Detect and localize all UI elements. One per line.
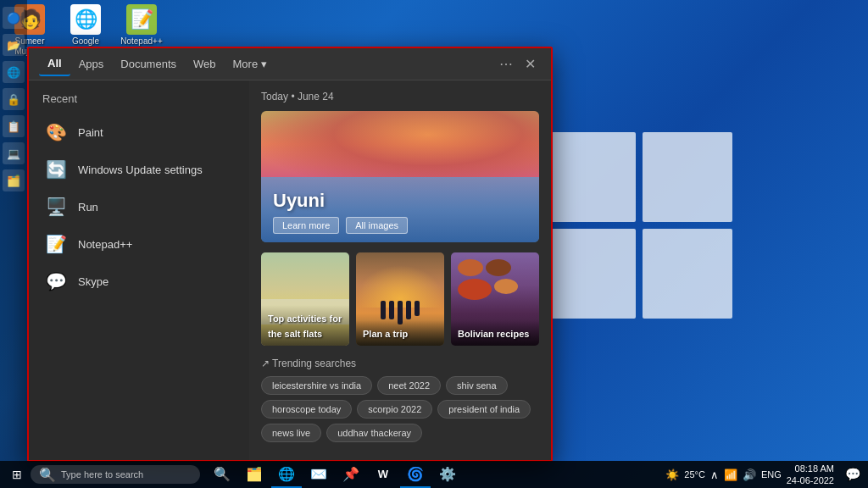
run-icon: 🖥️ [44, 195, 68, 219]
recent-item-notepadpp[interactable]: 📝 Notepad++ [37, 225, 241, 263]
taskbar-app-chrome[interactable]: 🌀 [400, 461, 431, 488]
learn-more-button[interactable]: Learn more [273, 217, 339, 234]
sub-card-trip-label: Plan a trip [363, 329, 408, 339]
taskbar-search-text: Type here to search [61, 469, 143, 480]
all-images-button[interactable]: All images [346, 217, 408, 234]
trending-tag-7[interactable]: uddhav thackeray [326, 424, 422, 442]
trending-title: ↗ Trending searches [261, 358, 539, 369]
taskbar-apps: 🔍 🗂️ 🌐 ✉️ 📌 W 🌀 ⚙️ [207, 461, 463, 488]
left-tb-icon-2[interactable]: 🌐 [3, 61, 25, 83]
left-tb-icon-1[interactable]: 📂 [3, 34, 25, 56]
panel-more-button[interactable]: ⋯ [492, 56, 520, 72]
left-taskbar: 🔵 📂 🌐 🔒 📋 💻 🗂️ [0, 0, 27, 461]
recent-item-run[interactable]: 🖥️ Run [37, 188, 241, 225]
trending-tags: leicestershire vs india neet 2022 shiv s… [261, 376, 539, 442]
recent-item-skype[interactable]: 💬 Skype [37, 263, 241, 300]
taskbar-tray: ☀️ 25°C ∧ 📶 🔊 ENG 08:18 AM 24-06-2022 [665, 463, 841, 487]
taskbar-app-edge[interactable]: 🌐 [271, 461, 302, 488]
trending-tag-0[interactable]: leicestershire vs india [261, 376, 372, 395]
recent-label: Recent [37, 92, 241, 105]
panel-left: Recent 🎨 Paint 🔄 Windows Update settings… [29, 80, 249, 460]
recent-windows-update-label: Windows Update settings [78, 164, 203, 176]
taskbar-time[interactable]: 08:18 AM 24-06-2022 [787, 463, 834, 487]
recent-item-paint[interactable]: 🎨 Paint [37, 114, 241, 151]
tab-more[interactable]: More ▾ [225, 53, 275, 75]
panel-tabs: All Apps Documents Web More ▾ ⋯ ✕ [29, 48, 551, 80]
recent-notepadpp-label: Notepad++ [78, 238, 132, 251]
trending-tag-6[interactable]: news live [261, 424, 321, 442]
taskbar-app-search[interactable]: 🔍 [207, 461, 237, 488]
search-icon: 🔍 [39, 467, 56, 483]
sub-card-activities[interactable]: Top activities for the salt flats [261, 252, 349, 346]
tray-date: 24-06-2022 [787, 474, 834, 486]
trending-tag-1[interactable]: neet 2022 [377, 376, 441, 395]
tray-weather-icon[interactable]: ☀️ [665, 469, 679, 481]
taskbar-app-settings[interactable]: ⚙️ [432, 461, 463, 488]
notifications-button[interactable]: 💬 [841, 461, 865, 488]
today-label: Today • June 24 [261, 91, 539, 103]
hero-buttons: Learn more All images [273, 217, 408, 234]
taskbar-app-store[interactable]: 📌 [336, 461, 366, 488]
sub-card-activities-label: Top activities for the salt flats [268, 313, 342, 339]
taskbar: ⊞ 🔍 Type here to search 🔍 🗂️ 🌐 ✉️ 📌 W 🌀 … [0, 461, 868, 488]
paint-icon: 🎨 [44, 120, 68, 144]
tray-time: 08:18 AM [795, 463, 834, 474]
left-tb-icon-6[interactable]: 🗂️ [3, 169, 25, 191]
tray-volume-icon[interactable]: 🔊 [743, 469, 756, 481]
recent-skype-label: Skype [78, 275, 108, 288]
sub-cards: Top activities for the salt flats Pla [261, 252, 539, 346]
notepadpp-icon: 📝 [44, 232, 68, 256]
tab-web[interactable]: Web [185, 53, 225, 75]
trending-tag-3[interactable]: horoscope today [261, 400, 352, 419]
hero-title: Uyuni [273, 190, 325, 212]
panel-right: Today • June 24 Uyuni Learn more All ima… [249, 80, 551, 460]
recent-run-label: Run [78, 201, 98, 214]
tab-documents[interactable]: Documents [112, 53, 185, 75]
tray-temp: 25°C [684, 469, 705, 480]
panel-body: Recent 🎨 Paint 🔄 Windows Update settings… [29, 80, 551, 460]
trending-tag-5[interactable]: president of india [437, 400, 531, 419]
left-tb-icon-5[interactable]: 💻 [3, 142, 25, 164]
desktop: 🧑 Sumeer Mujavar 🌐 Google Chrome 📝 Notep… [0, 0, 868, 488]
recent-paint-label: Paint [78, 126, 103, 139]
taskbar-app-task-view[interactable]: 🗂️ [239, 461, 270, 488]
skype-icon: 💬 [44, 269, 68, 293]
tray-lang: ENG [761, 469, 782, 480]
start-panel: All Apps Documents Web More ▾ ⋯ ✕ Recent… [27, 47, 553, 462]
left-tb-icon-4[interactable]: 📋 [3, 115, 25, 137]
sub-card-recipes[interactable]: Bolivian recipes [451, 252, 539, 346]
tab-apps[interactable]: Apps [70, 53, 113, 75]
tray-network-icon[interactable]: 📶 [724, 469, 737, 481]
start-button[interactable]: ⊞ [3, 461, 31, 488]
trending-section: ↗ Trending searches leicestershire vs in… [261, 358, 539, 442]
tab-all[interactable]: All [39, 52, 70, 76]
tray-chevron-icon[interactable]: ∧ [710, 469, 719, 481]
recent-item-windows-update[interactable]: 🔄 Windows Update settings [37, 151, 241, 188]
taskbar-search[interactable]: 🔍 Type here to search [31, 465, 200, 484]
taskbar-app-word[interactable]: W [368, 461, 398, 488]
left-tb-icon-3[interactable]: 🔒 [3, 88, 25, 110]
trending-tag-2[interactable]: shiv sena [446, 376, 507, 395]
left-tb-icon-0[interactable]: 🔵 [3, 7, 25, 29]
windows-update-icon: 🔄 [44, 158, 68, 181]
trending-tag-4[interactable]: scorpio 2022 [357, 400, 432, 419]
windows-logo [546, 132, 732, 319]
hero-card[interactable]: Uyuni Learn more All images [261, 111, 539, 242]
panel-close-button[interactable]: ✕ [520, 56, 541, 72]
sub-card-trip[interactable]: Plan a trip [356, 252, 444, 346]
taskbar-app-mail[interactable]: ✉️ [303, 461, 334, 488]
sub-card-recipes-label: Bolivian recipes [458, 329, 529, 339]
